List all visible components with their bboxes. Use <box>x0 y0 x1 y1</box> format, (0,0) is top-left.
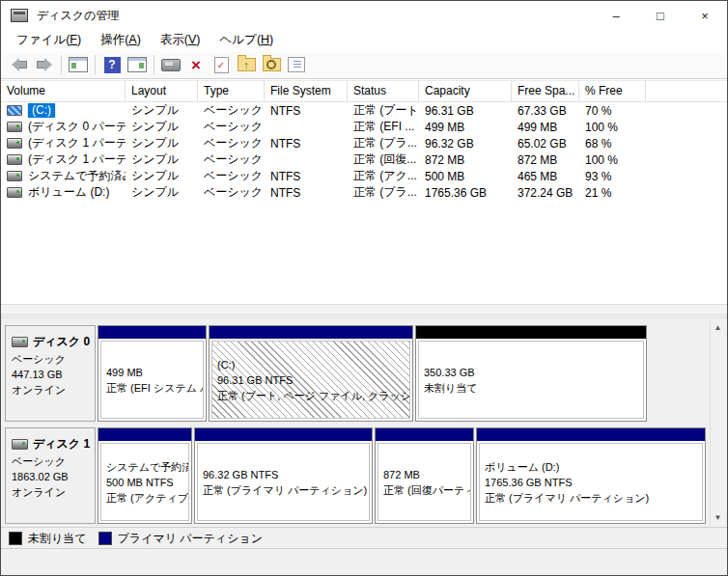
volume-name: ボリューム (D:) <box>28 184 109 201</box>
menu-action[interactable]: 操作(A) <box>91 30 151 51</box>
disk1-partitions: システムで予約済 500 MB NTFS 正常 (アクティブ, プ 96.32 … <box>98 427 706 524</box>
menu-help-key: H <box>261 33 269 46</box>
cell-type: ベーシック <box>198 151 265 168</box>
cell-pct: 68 % <box>579 137 646 151</box>
partition-status: 正常 (ブート, ページ ファイル, クラッシュ ダン <box>217 388 409 403</box>
disk1-partition-d[interactable]: ボリューム (D:) 1765.36 GB NTFS 正常 (プライマリ パーテ… <box>476 427 706 524</box>
disk1-row: ディスク 1 ベーシック 1863.02 GB オンライン システムで予約済 5… <box>5 427 706 524</box>
cell-status: 正常 (プラ... <box>348 184 419 201</box>
legend-unallocated-label: 未割り当て <box>28 531 87 547</box>
cell-pct: 21 % <box>579 186 646 200</box>
disk0-state: オンライン <box>12 382 92 398</box>
cell-pct: 93 % <box>579 170 646 183</box>
cell-status: 正常 (EFI ... <box>348 119 419 135</box>
cell-pct: 70 % <box>579 104 646 118</box>
column-header-pct-free[interactable]: % Free <box>579 81 646 101</box>
menu-action-pre: 操作( <box>100 33 128 46</box>
volume-list-header: Volume Layout Type File System Status Ca… <box>1 81 727 102</box>
disk1-name: ディスク 1 <box>33 436 90 452</box>
disk0-label[interactable]: ディスク 0 ベーシック 447.13 GB オンライン <box>5 325 96 422</box>
disk-graph-panel: ディスク 0 ベーシック 447.13 GB オンライン 499 MB 正常 (… <box>1 319 727 527</box>
cell-capacity: 499 MB <box>419 121 512 134</box>
menu-file-post: ) <box>77 33 81 46</box>
cell-free: 65.02 GB <box>512 137 579 151</box>
disk0-size: 447.13 GB <box>12 367 92 382</box>
menu-view[interactable]: 表示(V) <box>151 30 210 51</box>
disk1-partition-system-reserved[interactable]: システムで予約済 500 MB NTFS 正常 (アクティブ, プ <box>98 427 192 524</box>
partition-size: 1765.36 GB NTFS <box>485 475 702 490</box>
back-arrow-icon <box>12 58 27 71</box>
check-document-button[interactable]: ✓ <box>209 53 234 76</box>
properties-button[interactable] <box>284 53 309 76</box>
help-button[interactable]: ? <box>99 53 125 76</box>
cell-layout: シンプル <box>126 135 198 151</box>
cell-type: ベーシック <box>198 135 265 151</box>
column-header-layout[interactable]: Layout <box>126 81 198 101</box>
volume-row-d[interactable]: ボリューム (D:) シンプル ベーシック NTFS 正常 (プラ... 176… <box>1 184 727 201</box>
partition-size: 499 MB <box>106 365 203 380</box>
volume-list: Volume Layout Type File System Status Ca… <box>1 80 727 315</box>
disk1-label[interactable]: ディスク 1 ベーシック 1863.02 GB オンライン <box>5 427 96 524</box>
scroll-down-icon[interactable]: ▼ <box>714 514 722 522</box>
column-header-file-system[interactable]: File System <box>265 81 348 101</box>
column-header-free-space[interactable]: Free Spa... <box>512 81 579 101</box>
cell-capacity: 1765.36 GB <box>419 186 512 200</box>
disk-icon <box>12 337 28 347</box>
cell-status: 正常 (回復... <box>348 151 419 168</box>
cell-status: 正常 (ブート... <box>348 102 419 119</box>
cell-status: 正常 (アク... <box>348 168 419 184</box>
disk-management-window: ディスクの管理 – □ × ファイル(F) 操作(A) 表示(V) ヘルプ(H)… <box>0 0 728 576</box>
legend-primary-swatch <box>98 532 112 545</box>
column-header-capacity[interactable]: Capacity <box>419 81 512 101</box>
disk-icon <box>12 439 28 450</box>
delete-volume-button[interactable]: × <box>183 53 209 76</box>
help-icon: ? <box>104 57 121 73</box>
disk1-size: 1863.02 GB <box>12 469 92 484</box>
cell-free: 465 MB <box>512 170 579 183</box>
partition-status: 正常 (アクティブ, プ <box>106 490 188 506</box>
scroll-up-icon[interactable]: ▲ <box>714 324 722 332</box>
unallocated-band <box>416 326 646 339</box>
cell-layout: シンプル <box>126 151 198 168</box>
show-console-tree-button[interactable] <box>66 53 91 76</box>
column-header-status[interactable]: Status <box>348 81 419 101</box>
volume-row-disk1-partition-2[interactable]: (ディスク 1 パーティシ... シンプル ベーシック 正常 (回復... 87… <box>1 151 727 168</box>
folder-up-button[interactable]: ↑ <box>234 53 259 76</box>
column-header-type[interactable]: Type <box>198 81 265 101</box>
disk0-row: ディスク 0 ベーシック 447.13 GB オンライン 499 MB 正常 (… <box>5 325 647 422</box>
drive-icon <box>7 154 22 165</box>
minimize-button[interactable]: – <box>594 1 638 30</box>
back-button[interactable] <box>7 53 32 76</box>
menu-action-key: A <box>128 33 136 46</box>
cell-capacity: 96.31 GB <box>419 104 512 118</box>
close-button[interactable]: × <box>683 1 727 30</box>
volume-row-disk1-partition-1[interactable]: (ディスク 1 パーティシ... シンプル ベーシック NTFS 正常 (プラ.… <box>1 135 727 151</box>
partition-size: 500 MB NTFS <box>106 475 188 490</box>
folder-search-button[interactable] <box>259 53 284 76</box>
vertical-scrollbar[interactable]: ▲ ▼ <box>710 321 725 525</box>
menu-file[interactable]: ファイル(F) <box>7 30 91 51</box>
volume-row-c[interactable]: (C:) シンプル ベーシック NTFS 正常 (ブート... 96.31 GB… <box>1 102 727 119</box>
disk1-kind: ベーシック <box>12 453 92 469</box>
disk1-partition-primary[interactable]: 96.32 GB NTFS 正常 (プライマリ パーティション) <box>194 427 373 524</box>
menu-help[interactable]: ヘルプ(H) <box>210 30 284 51</box>
column-header-filler <box>646 81 727 101</box>
volume-row-system-reserved[interactable]: システムで予約済み シンプル ベーシック NTFS 正常 (アク... 500 … <box>1 168 727 184</box>
maximize-button[interactable]: □ <box>638 1 683 30</box>
volume-name: (ディスク 1 パーティシ... <box>28 135 126 151</box>
display-button[interactable] <box>158 53 183 76</box>
legend-unallocated-swatch <box>9 532 22 545</box>
menu-file-key: F <box>70 33 77 46</box>
disk1-partition-recovery[interactable]: 872 MB 正常 (回復パーティシ <box>375 427 474 524</box>
disk0-partition-c[interactable]: (C:) 96.31 GB NTFS 正常 (ブート, ページ ファイル, クラ… <box>209 325 413 422</box>
disk0-unallocated[interactable]: 350.33 GB 未割り当て <box>415 325 647 422</box>
forward-button[interactable] <box>32 53 57 76</box>
menu-action-post: ) <box>137 33 141 46</box>
toolbar: ? × ✓ ↑ <box>1 51 727 79</box>
column-header-volume[interactable]: Volume <box>1 81 126 101</box>
show-action-pane-button[interactable] <box>125 53 150 76</box>
volume-row-disk0-partition[interactable]: (ディスク 0 パーティシ... シンプル ベーシック 正常 (EFI ... … <box>1 119 727 135</box>
disk0-partition-efi[interactable]: 499 MB 正常 (EFI システム パ <box>98 325 207 422</box>
partition-title: ボリューム (D:) <box>485 459 702 475</box>
cell-type: ベーシック <box>198 184 265 201</box>
